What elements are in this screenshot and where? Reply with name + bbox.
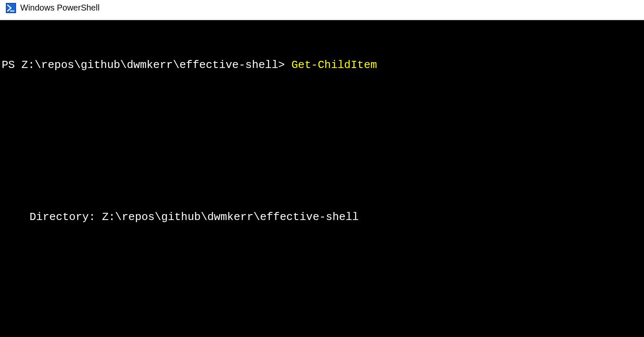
window-title: Windows PowerShell — [20, 3, 100, 13]
powershell-icon — [6, 3, 16, 13]
blank-line — [0, 158, 644, 175]
prompt-line-1: PS Z:\repos\github\dwmkerr\effective-she… — [0, 57, 644, 73]
blank-line — [0, 310, 644, 327]
blank-line — [0, 259, 644, 276]
directory-line: Directory: Z:\repos\github\dwmkerr\effec… — [0, 209, 644, 226]
terminal-output[interactable]: PS Z:\repos\github\dwmkerr\effective-she… — [0, 20, 644, 337]
prompt-prefix: PS Z:\repos\github\dwmkerr\effective-she… — [2, 59, 292, 71]
window-titlebar[interactable]: Windows PowerShell — [0, 0, 644, 20]
blank-line — [0, 107, 644, 124]
command-text: Get-ChildItem — [292, 59, 377, 71]
